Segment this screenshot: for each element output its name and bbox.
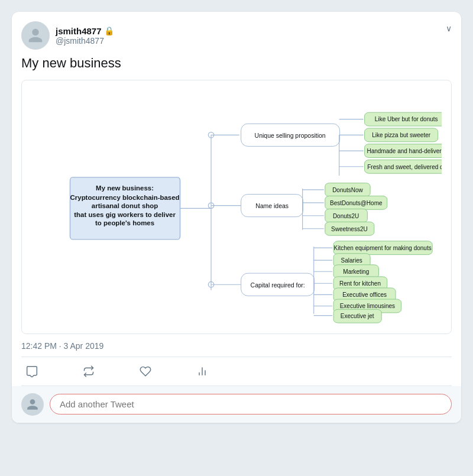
svg-text:Kitchen equipment for making d: Kitchen equipment for making donuts (334, 245, 432, 251)
svg-text:My new business:: My new business: (96, 184, 154, 192)
svg-text:Marketing: Marketing (343, 268, 369, 275)
user-info: jsmith4877 🔒 @jsmith4877 (56, 26, 114, 46)
username[interactable]: @jsmith4877 (56, 36, 114, 46)
tweet-header: jsmith4877 🔒 @jsmith4877 ∨ (21, 21, 452, 50)
tweet-header-left: jsmith4877 🔒 @jsmith4877 (21, 21, 114, 50)
mind-map-container: My new business: Cryptocurrency blockcha… (21, 80, 452, 334)
svg-text:Cryptocurrency blockchain-base: Cryptocurrency blockchain-based (70, 194, 180, 201)
mind-map-svg: My new business: Cryptocurrency blockcha… (31, 90, 442, 324)
svg-text:Executive offices: Executive offices (342, 292, 387, 298)
like-button[interactable] (135, 363, 156, 380)
svg-text:BestDonuts@Home: BestDonuts@Home (330, 199, 383, 206)
retweet-button[interactable] (78, 363, 99, 380)
svg-text:Like pizza but sweeter: Like pizza but sweeter (372, 132, 431, 138)
analytics-button[interactable] (192, 363, 213, 380)
svg-text:that uses gig workers to deliv: that uses gig workers to deliver (74, 211, 176, 218)
svg-text:to people's homes: to people's homes (95, 219, 154, 226)
svg-text:Rent for kitchen: Rent for kitchen (339, 280, 381, 287)
reply-button[interactable] (21, 363, 43, 380)
reply-area (12, 386, 461, 423)
svg-text:Like Uber but for donuts: Like Uber but for donuts (375, 116, 438, 122)
svg-text:Executive limousines: Executive limousines (340, 303, 395, 309)
reply-avatar (21, 393, 44, 416)
tweet-text: My new business (21, 54, 452, 73)
display-name[interactable]: jsmith4877 🔒 (56, 26, 114, 36)
tweet-actions (21, 357, 452, 386)
tweet-card: jsmith4877 🔒 @jsmith4877 ∨ My new busine… (12, 12, 461, 423)
svg-text:Sweetness2U: Sweetness2U (331, 225, 368, 232)
svg-text:Fresh and sweet, delivered dai: Fresh and sweet, delivered daily (367, 163, 442, 170)
svg-text:Executive jet: Executive jet (341, 313, 374, 319)
lock-icon: 🔒 (104, 26, 114, 35)
svg-text:Donuts2U: Donuts2U (333, 212, 359, 219)
svg-text:Capital required for:: Capital required for: (251, 282, 305, 289)
svg-text:Salaries: Salaries (341, 257, 362, 264)
chevron-down-icon[interactable]: ∨ (446, 24, 452, 33)
svg-text:Unique selling proposition: Unique selling proposition (255, 132, 326, 139)
reply-input[interactable] (50, 394, 452, 415)
svg-text:DonutsNow: DonutsNow (332, 187, 363, 193)
tweet-timestamp: 12:42 PM · 3 Apr 2019 (21, 341, 452, 351)
svg-text:Name ideas: Name ideas (255, 203, 289, 209)
svg-text:artisanal donut shop: artisanal donut shop (92, 202, 158, 209)
user-avatar[interactable] (21, 21, 50, 50)
svg-text:Handmade and hand-delivered: Handmade and hand-delivered (367, 148, 442, 154)
